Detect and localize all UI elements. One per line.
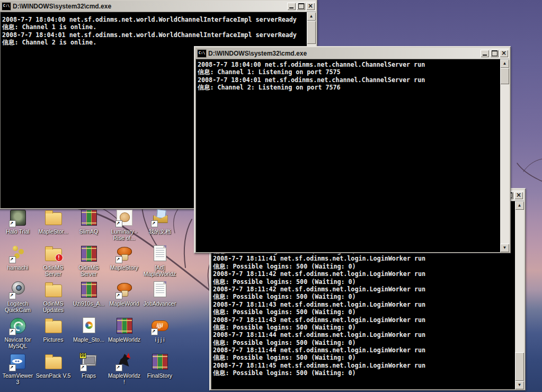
scroll-down-icon[interactable]: [515, 381, 524, 389]
desktop: { "cmd_icon_label": "C:\\", "colors": { …: [0, 0, 542, 392]
scroll-up-icon[interactable]: [500, 59, 509, 68]
close-button[interactable]: ×: [500, 50, 508, 57]
desktop-icon-fraps[interactable]: 99Fraps: [71, 351, 106, 387]
desktop-icon-i-j-j-i[interactable]: ijjii j j i: [142, 315, 177, 351]
window-controls: ×: [287, 3, 315, 10]
console-line: 信息: Possible logins: 500 (Waiting: 0): [213, 293, 513, 300]
icon-label: SeanPack V.5: [36, 372, 71, 379]
console-line: 2008-7-7 18:04:00 net.sf.odinms.net.worl…: [2, 16, 305, 23]
desktop-icon-mapleworldz[interactable]: MapleWorldz: [106, 315, 142, 351]
icon-label: JobAdvancer: [144, 300, 176, 307]
maximize-icon: [298, 3, 304, 9]
minimize-button[interactable]: [481, 50, 489, 57]
mushroom-icon: [115, 280, 134, 299]
mydocs-icon: [150, 208, 170, 227]
desktop-icon-ad-mapleworldz[interactable]: [Ad] MapleWorldz: [142, 243, 177, 279]
scrollbar[interactable]: [515, 201, 524, 389]
rar-shape: [152, 354, 168, 370]
rar-shape: [117, 318, 132, 334]
close-icon: ×: [501, 50, 507, 56]
console-line: 2008-7-7 18:11:44 net.sf.odinms.net.logi…: [213, 346, 513, 354]
desktop-icon-slimaq[interactable]: SlimAQ: [71, 207, 106, 243]
console-line: 信息: Channel 2 is online.: [2, 39, 305, 46]
fraps-counter-badge: 99: [79, 353, 87, 359]
titlebar[interactable]: C:\ D:\WINDOWS\system32\cmd.exe ×: [0, 1, 316, 12]
minimize-icon: [289, 7, 294, 8]
maximize-button[interactable]: [297, 3, 305, 10]
window-title: D:\WINDOWS\system32\cmd.exe: [13, 3, 286, 10]
maximize-button[interactable]: [490, 50, 499, 57]
desktop-icon-logitech-quickcam[interactable]: Logitech QuickCam: [0, 279, 35, 315]
cmd-icon: C:\: [2, 2, 11, 11]
desktop-icon-maplestory[interactable]: MapleStory: [106, 243, 142, 279]
desktop-icon-maple-sto[interactable]: Maple_Sto...: [71, 315, 106, 351]
icon-label: OdinMS Server: [72, 264, 106, 277]
console-line: 信息: Possible logins: 500 (Waiting: 0): [213, 308, 513, 316]
minimize-button[interactable]: [287, 3, 296, 10]
desktop-icon-luminary-rise-of[interactable]: Luminary - Rise of...: [106, 207, 142, 243]
desktop-icon-maplestor[interactable]: MapleStor...: [35, 207, 71, 243]
desktop-icon-odinms-updates[interactable]: OdinMS Updates: [35, 279, 71, 315]
scroll-up-icon[interactable]: [307, 12, 316, 21]
cmd-icon: C:\: [197, 49, 207, 58]
desktop-icon-odinms-server[interactable]: OdinMS Server: [71, 243, 106, 279]
folder-shape: [45, 212, 62, 225]
desktop-icon-halo-trial[interactable]: Halo Trial: [0, 207, 35, 243]
mediadoc-icon: [79, 316, 99, 335]
close-button[interactable]: ×: [514, 192, 523, 199]
desktop-icon-seanpack-v-5[interactable]: SeanPack V.5: [35, 351, 71, 387]
icon-label: Uzi910s_A...: [73, 300, 105, 307]
scroll-down-icon[interactable]: [500, 244, 509, 252]
console-line: 2008-7-7 18:11:43 net.sf.odinms.net.logi…: [213, 301, 513, 308]
desktop-icon-mapleworld[interactable]: MapleWorld: [106, 279, 142, 315]
desktop-icon-navicat-for-mysql[interactable]: Navicat for MySQL: [0, 315, 35, 351]
console-line: 信息: Possible logins: 500 (Waiting: 0): [213, 339, 513, 346]
shortcut-arrow-icon: [151, 328, 158, 335]
icon-label: OdinMS Server: [36, 264, 71, 277]
desktop-icon-odinms-server[interactable]: OdinMS Server: [35, 243, 71, 279]
desktop-icon-uzi910s-a[interactable]: Uzi910s_A...: [71, 279, 106, 315]
console-line: 2008-7-7 18:11:43 net.sf.odinms.net.logi…: [213, 316, 513, 324]
rar-shape: [81, 282, 97, 298]
webcam-icon: [8, 280, 28, 299]
desktop-icon-hamachi[interactable]: hamachi: [0, 243, 35, 279]
desktop-icon-pictures[interactable]: Pictures: [35, 315, 71, 351]
folder-icon: [44, 208, 63, 227]
console-line: 信息: Possible logins: 500 (Waiting: 0): [213, 369, 513, 377]
halo-icon: [8, 208, 28, 227]
console-line: 2008-7-7 18:04:00 net.sf.odinms.net.chan…: [198, 61, 499, 68]
cmd-window-channel-server[interactable]: C:\ D:\WINDOWS\system32\cmd.exe × 2008-7…: [194, 46, 511, 253]
ijji-icon: ijji: [150, 316, 170, 335]
scroll-thumb[interactable]: [307, 21, 316, 44]
folder-icon: [44, 316, 63, 335]
folder-icon: [44, 280, 63, 299]
console-line: 信息: Channel 2: Listening on port 7576: [198, 84, 499, 91]
desktop-icon-item-4[interactable]: 我的文档: [142, 207, 177, 243]
textdoc-icon: [150, 244, 170, 263]
window-title: D:\WINDOWS\system32\cmd.exe: [208, 50, 479, 57]
scroll-thumb[interactable]: [515, 352, 524, 381]
icon-label: MapleStory: [110, 264, 138, 271]
console-line: 信息: Possible logins: 500 (Waiting: 0): [213, 354, 513, 361]
luminary-icon: [115, 208, 134, 227]
icon-label: OdinMS Updates: [36, 300, 71, 313]
console-line: 2008-7-7 18:11:42 net.sf.odinms.net.logi…: [213, 270, 513, 278]
desktop-icon-finalstory[interactable]: FinalStory: [142, 351, 177, 387]
desktop-icon-mapleworldz[interactable]: MapleWorldz !: [106, 351, 142, 387]
navicat-icon: [8, 316, 28, 335]
folder-shape: [45, 284, 62, 297]
minimize-icon: [483, 55, 487, 56]
close-icon: ×: [308, 3, 313, 9]
textdoc-shape: [154, 281, 166, 297]
icon-label: i j j i: [155, 336, 164, 343]
desktop-icon-teamviewer-3[interactable]: TeamViewer 3: [0, 351, 35, 387]
scroll-up-icon[interactable]: [515, 201, 524, 210]
close-button[interactable]: ×: [306, 3, 315, 10]
console-lines: 2008-7-7 18:04:00 net.sf.odinms.net.chan…: [196, 59, 509, 252]
scrollbar[interactable]: [500, 59, 509, 252]
scroll-thumb[interactable]: [500, 68, 509, 84]
console-line: 2008-7-7 18:11:45 net.sf.odinms.net.logi…: [213, 362, 513, 369]
desktop-icon-grid: Halo TrialMapleStor...SlimAQLuminary - R…: [0, 207, 178, 387]
desktop-icon-jobadvancer[interactable]: JobAdvancer: [142, 279, 177, 315]
titlebar[interactable]: C:\ D:\WINDOWS\system32\cmd.exe ×: [196, 48, 509, 59]
